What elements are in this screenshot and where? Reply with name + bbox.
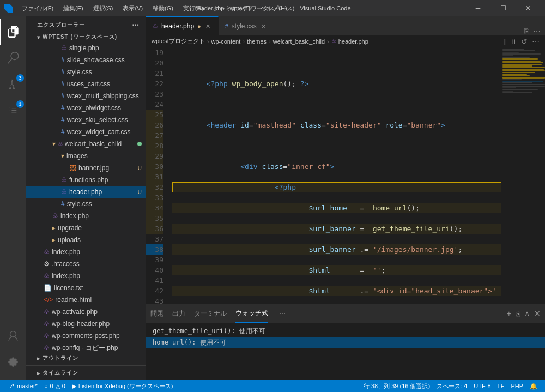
file-name: index.php [52,272,80,280]
editor-content[interactable]: 19 20 21 22 23 24 25 26 27 28 29 30 31 3… [146,47,545,304]
menu-select[interactable]: 選択(S) [89,3,118,14]
file-functions[interactable]: ♧ functions.php [26,174,146,186]
status-language[interactable]: PHP [507,380,526,392]
css-tab-icon: # [225,23,228,29]
folder-welcart[interactable]: ▾ ♧ welcart_basic_child [26,138,146,150]
status-eol[interactable]: LF [494,380,508,392]
folder-name: upgrade [58,224,82,232]
position-text: 行 38、列 39 (16 個選択) [364,382,430,390]
workspace-header[interactable]: ▾ WPTEST (ワークスペース) [26,31,146,42]
activity-search[interactable] [0,45,26,71]
file-index-php[interactable]: ♧ index.php [26,210,146,222]
tab-header-php[interactable]: ♧ header.php ● ✕ [146,16,219,35]
watch-expression-2: home_url(): 使用不可 [153,339,226,346]
outline-header[interactable]: ▸ アウトライン [26,352,146,364]
status-debug[interactable]: ▶ Listen for Xdebug (ワークスペース) [69,380,177,392]
titlebar-controls[interactable]: ─ ☐ ✕ [465,0,541,16]
folder-icon: ▸ [52,236,56,244]
file-header[interactable]: ♧ header.php U [26,186,146,198]
menu-file[interactable]: ファイル(F) [17,3,58,14]
folder-icon: ▸ [52,224,56,232]
status-encoding[interactable]: UTF-8 [470,380,494,392]
status-notifications[interactable]: 🔔 [526,380,541,392]
tab-style-css[interactable]: # style.css ✕ [219,16,274,35]
status-errors[interactable]: ○ 0 △ 0 [41,380,69,392]
folder-uploads[interactable]: ▸ uploads [26,234,146,246]
file-slide-showcase[interactable]: # slide_showcase.css [26,54,146,66]
split-editor-icon[interactable]: ⎘ [524,27,529,35]
file-wp-blog-header[interactable]: ♧ wp-blog-header.php [26,318,146,330]
file-wp-config-copy[interactable]: ♧ wp-config - コピー.php [26,342,146,351]
add-watch-icon[interactable]: + [507,309,511,318]
file-htaccess[interactable]: ⚙ .htaccess [26,258,146,270]
status-branch[interactable]: ⎇ master* [4,380,41,392]
php-icon: ♧ [44,248,50,256]
activity-source-control[interactable]: 3 [0,71,26,97]
css-icon: # [61,104,65,112]
panel-tab-terminal[interactable]: ターミナル [194,305,227,323]
status-position[interactable]: 行 38、列 39 (16 個選択) [360,380,433,392]
close-button[interactable]: ✕ [516,0,541,16]
minimize-button[interactable]: ─ [465,0,491,16]
activity-run[interactable]: 1 [0,97,26,123]
code-line-29: $html = ''; [172,265,501,275]
sidebar-header-icons[interactable]: ⋯ [132,21,140,29]
folder-name: uploads [58,236,81,244]
pause-icon[interactable]: ⏸ [511,38,517,45]
folder-upgrade[interactable]: ▸ upgrade [26,222,146,234]
timeline-header[interactable]: ▸ タイムライン [26,367,146,379]
file-readme[interactable]: </> readme.html [26,294,146,306]
tab-close-button[interactable]: ✕ [204,22,211,31]
file-wcex-ol[interactable]: # wcex_olwidget.css [26,102,146,114]
status-spaces[interactable]: スペース: 4 [433,380,470,392]
file-wcex-multi[interactable]: # wcex_multi_shipping.css [26,90,146,102]
php-icon: ♧ [61,176,67,184]
line-numbers: 19 20 21 22 23 24 25 26 27 28 29 30 31 3… [146,47,168,304]
more-actions-icon[interactable]: ⋯ [533,27,541,35]
file-style-css[interactable]: # style.css [26,66,146,78]
panel-tab-problems[interactable]: 問題 [150,305,164,323]
copy-icon[interactable]: ⎘ [516,309,520,318]
panel-tab-more[interactable]: ⋯ [279,310,286,317]
activity-explorer[interactable] [0,19,26,45]
more-icon[interactable]: ⋯ [532,37,540,46]
file-wp-activate[interactable]: ♧ wp-activate.php [26,306,146,318]
file-index3[interactable]: ♧ index.php [26,270,146,282]
folder-images[interactable]: ▾ images [26,150,146,162]
menu-edit[interactable]: 編集(E) [59,3,88,14]
split-view-icon[interactable]: ‖ [503,38,506,45]
watch-row-1[interactable]: get_theme_file_uri(): 使用不可 [146,325,545,337]
menu-view[interactable]: 表示(V) [118,3,147,14]
new-file-icon[interactable]: ⋯ [132,21,140,29]
panel-tab-watch[interactable]: ウォッチ式 [235,304,268,323]
tabs-bar: ♧ header.php ● ✕ # style.css ✕ ⎘ ⋯ [146,16,545,35]
panel-icons[interactable]: + ⎘ ∧ ✕ [507,309,541,318]
debug-label: Listen for Xdebug (ワークスペース) [78,382,173,390]
activity-settings[interactable] [0,349,26,376]
refresh-icon[interactable]: ↺ [521,37,528,46]
tab-close-button[interactable]: ✕ [260,22,267,31]
timeline-section: ▸ タイムライン [26,365,146,380]
code-line-26: $url_home = home_url(); [172,203,501,213]
watch-row-2[interactable]: home_url(): 使用不可 [146,337,545,348]
file-single-php[interactable]: ♧ single.php [26,42,146,54]
code-editor[interactable]: <?php wp_body_open(); ?> <header id="mas… [168,47,501,304]
file-name: index.php [60,212,89,220]
menu-goto[interactable]: 移動(G) [148,3,178,14]
file-wcex-widget[interactable]: # wcex_widget_cart.css [26,126,146,138]
sep: › [269,38,271,45]
panel-tab-output[interactable]: 出力 [172,305,185,323]
close-panel-icon[interactable]: ✕ [534,309,541,318]
file-wp-comments[interactable]: ♧ wp-comments-post.php [26,330,146,342]
file-wcex-sku[interactable]: # wcex_sku_select.css [26,114,146,126]
file-banner[interactable]: 🖼 banner.jpg U [26,162,146,174]
maximize-button[interactable]: ☐ [491,0,516,16]
file-style2[interactable]: # style.css [26,198,146,210]
activity-account[interactable] [0,323,26,349]
code-line-30: $html .= '<div id="head_site_banaer">' .… [172,286,501,296]
file-usces-cart[interactable]: # usces_cart.css [26,78,146,90]
file-index2[interactable]: ♧ index.php [26,246,146,258]
file-license[interactable]: 📄 license.txt [26,282,146,294]
code-line-28: $url_banner .= '/images/banner.jpg'; [172,244,501,255]
collapse-icon[interactable]: ∧ [524,309,530,318]
